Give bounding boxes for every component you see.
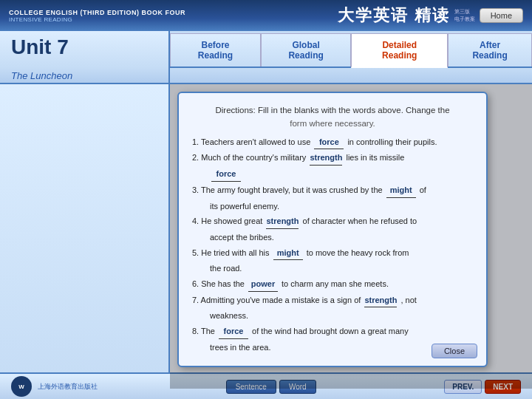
list-item: weakness. [192, 309, 473, 323]
unit-info: Unit 7 [0, 31, 170, 68]
right-content: happy smile spread over his hey had some… [170, 84, 532, 389]
header-left: COLLEGE ENGLISH (THIRD EDITION) BOOK FOU… [9, 9, 185, 23]
list-item: 6. She has the power to charm any man sh… [192, 277, 473, 292]
bottom-left: W 上海外语教育出版社 [11, 376, 98, 397]
header-title-bottom: INTENSIVE READING [9, 16, 185, 23]
unit-number: Unit 7 [11, 35, 150, 59]
list-item: 8. The force of the wind had brought dow… [192, 324, 473, 339]
tabs-nav: Before Reading Global Reading Detailed R… [170, 31, 532, 68]
list-item: 3. The army fought bravely, but it was c… [192, 183, 473, 198]
list-item: accept the bribes. [192, 231, 473, 245]
unit-subtitle: The Luncheon [0, 68, 170, 83]
publisher-name: 上海外语教育出版社 [38, 382, 98, 392]
subtitle-row: The Luncheon [0, 68, 532, 84]
main-content: happy smile spread over his hey had some… [0, 84, 532, 389]
list-item: 2. Much of the country's military streng… [192, 151, 473, 166]
unit-tabs-row: Unit 7 Before Reading Global Reading Det… [0, 31, 532, 68]
list-item: 1. Teachers aren't allowed to use force … [192, 135, 473, 150]
header-logo-right: 大学英语 精读 第三版 电子教案 Home [338, 4, 523, 27]
list-item: 4. He showed great strength of character… [192, 214, 473, 229]
publisher-logo: W [11, 376, 32, 397]
tab-global-reading[interactable]: Global Reading [261, 33, 351, 66]
logo-cn: 大学英语 精读 [338, 4, 450, 27]
logo-sub: 第三版 电子教案 [454, 8, 475, 23]
popup-list: 1. Teachers aren't allowed to use force … [192, 135, 473, 355]
home-button[interactable]: Home [480, 8, 523, 23]
tab-before-reading[interactable]: Before Reading [170, 33, 261, 66]
left-sidebar [0, 84, 170, 389]
list-item: 5. He tried with all his might to move t… [192, 246, 473, 261]
close-button[interactable]: Close [432, 344, 477, 358]
header-title-top: COLLEGE ENGLISH (THIRD EDITION) BOOK FOU… [9, 9, 185, 16]
popup-box: Directions: Fill in the blanks with the … [177, 92, 488, 367]
popup-overlay: Directions: Fill in the blanks with the … [170, 84, 532, 389]
popup-directions: Directions: Fill in the blanks with the … [192, 103, 473, 131]
tab-detailed-reading[interactable]: Detailed Reading [351, 33, 448, 68]
list-item: its powerful enemy. [192, 200, 473, 214]
list-item: 7. Admitting you've made a mistake is a … [192, 293, 473, 308]
tab-after-reading[interactable]: After Reading [448, 33, 532, 66]
list-item: force [192, 167, 473, 182]
list-item: the road. [192, 262, 473, 276]
header-bar: COLLEGE ENGLISH (THIRD EDITION) BOOK FOU… [0, 0, 532, 31]
